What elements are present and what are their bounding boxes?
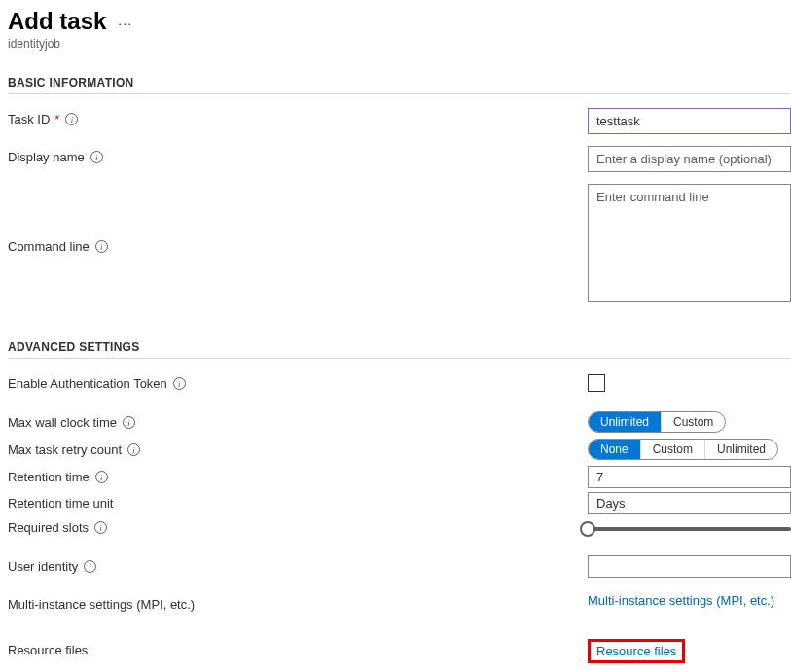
info-icon[interactable]: i <box>94 521 107 534</box>
breadcrumb-subtitle: identityjob <box>8 37 791 51</box>
enable-auth-checkbox[interactable] <box>588 374 605 392</box>
required-slots-slider[interactable] <box>588 516 791 538</box>
info-icon[interactable]: i <box>95 240 108 253</box>
required-indicator: * <box>54 112 59 126</box>
info-icon[interactable]: i <box>90 151 103 163</box>
info-icon[interactable]: i <box>127 443 140 456</box>
info-icon[interactable]: i <box>65 113 78 125</box>
label-command-line: Command line <box>8 239 90 254</box>
command-line-textarea[interactable] <box>588 184 791 302</box>
label-required-slots: Required slots <box>8 520 89 535</box>
multi-instance-link[interactable]: Multi-instance settings (MPI, etc.) <box>588 593 774 608</box>
label-enable-auth: Enable Authentication Token <box>8 376 167 391</box>
user-identity-select[interactable] <box>588 555 791 578</box>
info-icon[interactable]: i <box>95 471 108 483</box>
section-advanced-header: ADVANCED SETTINGS <box>8 340 791 354</box>
info-icon[interactable]: i <box>84 560 96 573</box>
label-retention-time: Retention time <box>8 470 90 484</box>
label-resource-files: Resource files <box>8 643 88 657</box>
retention-time-input[interactable] <box>588 466 791 488</box>
max-retry-pillset: None Custom Unlimited <box>588 439 778 460</box>
pill-unlimited[interactable]: Unlimited <box>589 412 661 432</box>
label-multi-instance: Multi-instance settings (MPI, etc.) <box>8 597 195 612</box>
slider-thumb[interactable] <box>580 521 595 537</box>
label-retention-unit: Retention time unit <box>8 496 113 511</box>
pill-unlimited[interactable]: Unlimited <box>704 440 777 459</box>
more-icon[interactable]: ··· <box>118 16 132 31</box>
divider <box>8 358 791 359</box>
info-icon[interactable]: i <box>173 377 186 390</box>
label-user-identity: User identity <box>8 559 78 574</box>
label-task-id: Task ID <box>8 112 50 126</box>
resource-files-link[interactable]: Resource files <box>596 644 676 658</box>
max-wall-pillset: Unlimited Custom <box>588 411 726 433</box>
pill-none[interactable]: None <box>589 440 640 459</box>
pill-custom[interactable]: Custom <box>661 412 725 432</box>
label-max-wall: Max wall clock time <box>8 415 117 430</box>
label-max-retry: Max task retry count <box>8 442 122 457</box>
page-title: Add task <box>8 8 106 35</box>
info-icon[interactable]: i <box>123 416 135 429</box>
pill-custom[interactable]: Custom <box>640 440 704 459</box>
divider <box>8 93 791 94</box>
task-id-input[interactable] <box>588 108 791 134</box>
section-basic-header: BASIC INFORMATION <box>8 76 791 89</box>
highlight-box: Resource files <box>588 639 685 663</box>
display-name-input[interactable] <box>588 146 791 172</box>
retention-unit-select[interactable] <box>588 492 791 514</box>
label-display-name: Display name <box>8 150 85 164</box>
